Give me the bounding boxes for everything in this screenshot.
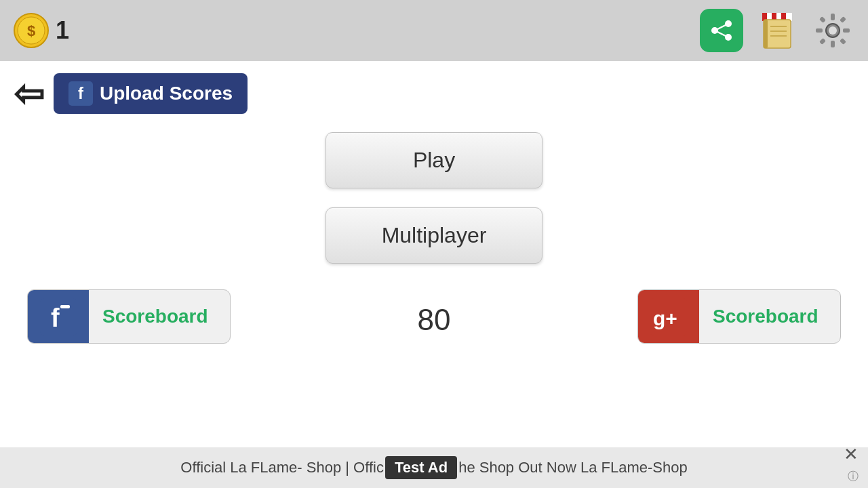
ad-info-button[interactable]: ⓘ <box>848 470 859 484</box>
nav-area: ⇦ f Upload Scores <box>0 61 868 121</box>
ad-bar: Official La FLame- Shop | Offic Test Ad … <box>0 447 868 488</box>
back-button[interactable]: ⇦ <box>14 75 44 112</box>
facebook-logo-small: f <box>68 81 93 106</box>
svg-text:f: f <box>51 304 60 332</box>
book-icon <box>757 10 797 51</box>
main-content: Play Multiplayer f Scoreboard 80 <box>0 119 868 447</box>
store-button[interactable] <box>755 9 799 52</box>
gplus-logo-icon: g+ <box>650 298 687 336</box>
gplus-logo: g+ <box>638 289 699 344</box>
top-right-icons <box>700 9 854 52</box>
svg-rect-32 <box>60 305 70 308</box>
play-button[interactable]: Play <box>326 132 542 188</box>
gplus-scoreboard-label: Scoreboard <box>699 306 832 327</box>
svg-text:g+: g+ <box>653 307 677 329</box>
share-icon <box>709 18 734 43</box>
svg-rect-23 <box>831 41 835 47</box>
test-ad-badge: Test Ad <box>385 456 457 479</box>
svg-rect-29 <box>840 38 846 45</box>
top-bar: $ 1 <box>0 0 868 61</box>
svg-rect-25 <box>843 28 850 33</box>
upload-scores-label: Upload Scores <box>100 83 233 104</box>
gplus-scoreboard-button[interactable]: g+ Scoreboard <box>637 289 841 344</box>
settings-button[interactable] <box>811 9 854 52</box>
multiplayer-button[interactable]: Multiplayer <box>326 207 542 264</box>
svg-line-7 <box>715 30 728 37</box>
coin-count: 1 <box>56 16 69 45</box>
svg-rect-27 <box>840 16 846 23</box>
fb-logo-icon: f <box>40 298 77 336</box>
svg-rect-16 <box>764 20 768 48</box>
fb-scoreboard-label: Scoreboard <box>89 306 222 327</box>
ad-text-after: he Shop Out Now La FLame-Shop <box>458 459 688 476</box>
scoreboard-row: f Scoreboard 80 g+ Scoreboard <box>0 289 868 344</box>
ad-close-button[interactable]: ✕ <box>844 447 859 465</box>
coin-area: $ 1 <box>14 13 69 48</box>
svg-text:$: $ <box>27 22 35 39</box>
svg-point-21 <box>829 26 837 35</box>
coin-icon: $ <box>14 13 49 48</box>
ad-text-before: Official La FLame- Shop | Offic <box>180 459 384 476</box>
svg-rect-28 <box>819 38 826 45</box>
svg-rect-26 <box>819 16 826 23</box>
facebook-logo: f <box>28 289 89 344</box>
svg-line-6 <box>715 24 728 30</box>
gear-icon <box>813 11 852 50</box>
svg-rect-22 <box>831 14 835 20</box>
facebook-scoreboard-button[interactable]: f Scoreboard <box>27 289 231 344</box>
upload-scores-button[interactable]: f Upload Scores <box>54 73 248 114</box>
score-display: 80 <box>418 303 451 337</box>
svg-rect-24 <box>816 28 823 33</box>
share-button[interactable] <box>700 9 743 52</box>
